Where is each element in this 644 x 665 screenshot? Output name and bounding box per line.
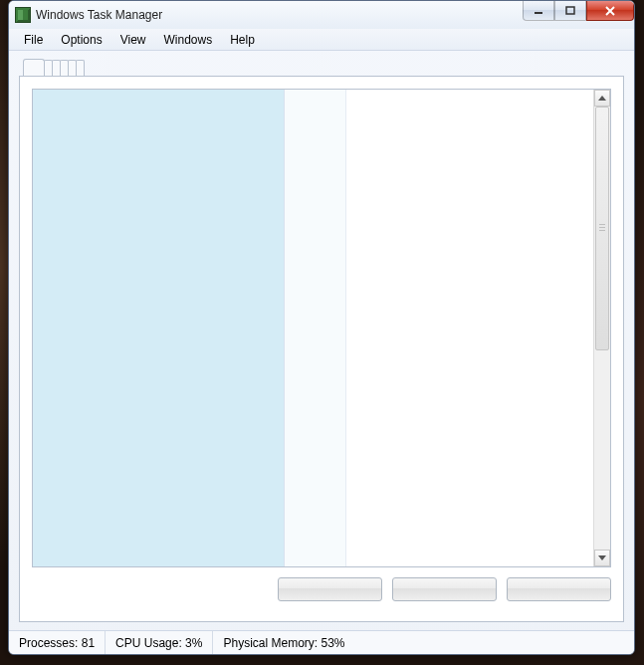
titlebar[interactable]: Windows Task Manager bbox=[9, 1, 634, 29]
list-view[interactable] bbox=[32, 89, 611, 567]
scroll-track[interactable] bbox=[594, 107, 610, 550]
client-area bbox=[9, 51, 634, 630]
minimize-icon bbox=[534, 6, 543, 16]
svg-rect-0 bbox=[535, 12, 542, 14]
window-controls bbox=[523, 1, 634, 21]
action-button-2[interactable] bbox=[392, 577, 497, 601]
action-button-3[interactable] bbox=[507, 577, 611, 601]
status-memory-label: Physical Memory: bbox=[223, 636, 318, 650]
close-icon bbox=[604, 6, 616, 16]
menu-file[interactable]: File bbox=[15, 31, 52, 49]
app-icon bbox=[15, 7, 31, 23]
minimize-button[interactable] bbox=[523, 1, 554, 21]
action-button-1[interactable] bbox=[278, 577, 382, 601]
status-memory-value: 53% bbox=[321, 636, 344, 650]
scroll-thumb[interactable] bbox=[595, 107, 609, 350]
tab-6[interactable] bbox=[76, 60, 85, 77]
status-processes-label: Processes: bbox=[19, 636, 78, 650]
menu-view[interactable]: View bbox=[111, 31, 155, 49]
menu-options[interactable]: Options bbox=[52, 31, 110, 49]
scroll-up-button[interactable] bbox=[594, 90, 610, 107]
status-cpu: CPU Usage: 3% bbox=[106, 631, 213, 654]
list-column-2[interactable] bbox=[285, 90, 346, 566]
list-column-1-selected[interactable] bbox=[33, 90, 285, 566]
status-processes: Processes: 81 bbox=[9, 631, 106, 654]
status-memory: Physical Memory: 53% bbox=[213, 631, 634, 654]
maximize-button[interactable] bbox=[554, 1, 586, 21]
button-row bbox=[32, 577, 611, 609]
chevron-up-icon bbox=[598, 96, 606, 101]
svg-rect-1 bbox=[566, 7, 574, 14]
status-bar: Processes: 81 CPU Usage: 3% Physical Mem… bbox=[9, 630, 634, 654]
scroll-down-button[interactable] bbox=[594, 550, 610, 566]
maximize-icon bbox=[565, 6, 575, 16]
menubar: File Options View Windows Help bbox=[9, 29, 634, 51]
vertical-scrollbar[interactable] bbox=[593, 90, 610, 566]
chevron-down-icon bbox=[598, 555, 606, 560]
list-columns bbox=[33, 90, 593, 566]
status-cpu-value: 3% bbox=[185, 636, 202, 650]
menu-help[interactable]: Help bbox=[221, 31, 264, 49]
status-processes-value: 81 bbox=[82, 636, 95, 650]
menu-windows[interactable]: Windows bbox=[155, 31, 222, 49]
tab-panel bbox=[19, 76, 624, 622]
status-cpu-label: CPU Usage: bbox=[115, 636, 182, 650]
tab-strip bbox=[19, 57, 624, 77]
task-manager-window: Windows Task Manager File Options View W… bbox=[8, 0, 635, 655]
list-column-3[interactable] bbox=[346, 90, 593, 566]
tab-active[interactable] bbox=[23, 59, 45, 77]
window-title: Windows Task Manager bbox=[36, 8, 162, 22]
close-button[interactable] bbox=[586, 1, 634, 21]
